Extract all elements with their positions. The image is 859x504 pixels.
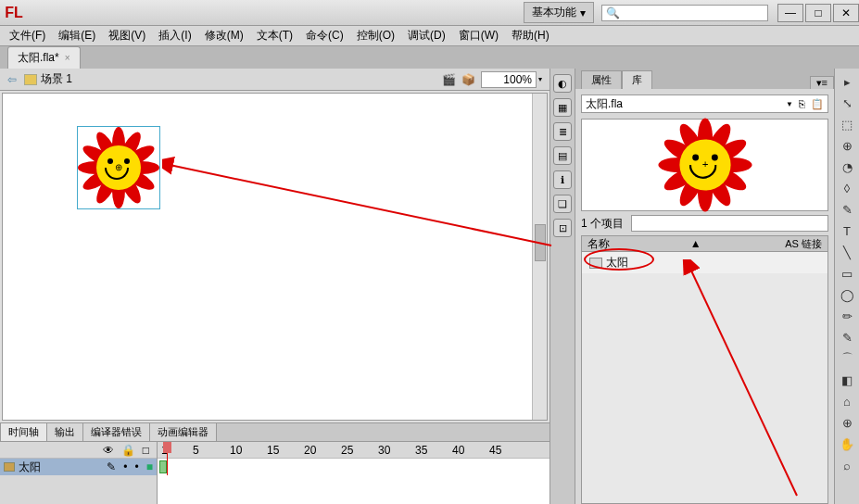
edit-bar: ⇦ 场景 1 🎬 📦 ▾ xyxy=(0,69,550,91)
tab-output[interactable]: 输出 xyxy=(46,422,83,441)
free-transform-tool[interactable]: ⬚ xyxy=(838,115,856,133)
menu-help[interactable]: 帮助(H) xyxy=(506,26,555,45)
text-tool[interactable]: ✎ xyxy=(838,200,856,219)
paint-bucket-tool[interactable]: ◧ xyxy=(838,371,856,389)
library-document-label: 太阳.fla xyxy=(586,96,623,112)
layer-icon xyxy=(4,462,15,472)
timeline-panel: 时间轴 输出 编译器错误 动画编辑器 👁 🔒 □ 太阳 ✎ xyxy=(0,422,550,504)
menu-debug[interactable]: 调试(D) xyxy=(402,26,451,45)
oval-tool[interactable]: ▭ xyxy=(838,264,856,283)
edit-scene-icon[interactable]: 🎬 xyxy=(442,73,456,86)
pen-tool[interactable]: ◊ xyxy=(838,179,856,197)
minimize-button[interactable]: — xyxy=(777,4,803,22)
chevron-down-icon: ▾ xyxy=(580,6,586,19)
scene-icon xyxy=(24,74,37,85)
library-panel: 属性 库 ▾≡ 太阳.fla ▼ ⎘ 📋 + 1 个项目 xyxy=(575,69,835,504)
collapsed-panels-strip: ◐ ▦ ≣ ▤ ℹ ❏ ⊡ xyxy=(550,69,575,504)
subselection-tool[interactable]: ⤡ xyxy=(838,94,856,112)
menu-view[interactable]: 视图(V) xyxy=(103,26,151,45)
registration-point-icon: ⊕ xyxy=(114,163,123,172)
close-button[interactable]: ✕ xyxy=(833,4,859,22)
brush-tool[interactable]: ✏ xyxy=(838,307,856,325)
layer-name: 太阳 xyxy=(19,460,41,475)
menu-control[interactable]: 控制(O) xyxy=(351,26,400,45)
line-tool[interactable]: T xyxy=(838,221,856,240)
help-search-input[interactable] xyxy=(620,7,764,19)
app-logo: FL xyxy=(0,5,28,21)
bone-tool[interactable]: ⌒ xyxy=(838,349,856,368)
panel-icon-7[interactable]: ⊡ xyxy=(553,219,572,237)
keyframe[interactable] xyxy=(159,460,167,473)
zoom-tool[interactable]: ⌕ xyxy=(838,456,856,474)
menu-window[interactable]: 窗口(W) xyxy=(453,26,504,45)
frame-track[interactable] xyxy=(158,459,550,475)
3d-rotation-tool[interactable]: ⊕ xyxy=(838,136,856,155)
library-item-list[interactable]: 太阳 xyxy=(581,252,828,504)
preview-graphic: + xyxy=(663,122,748,208)
workspace-label: 基本功能 xyxy=(532,5,576,20)
tab-compiler-errors[interactable]: 编译器错误 xyxy=(82,422,150,441)
workspace-dropdown[interactable]: 基本功能 ▾ xyxy=(524,2,594,23)
edit-symbol-icon[interactable]: 📦 xyxy=(461,73,475,86)
column-name: 名称 xyxy=(587,236,610,252)
menu-bar: 文件(F) 编辑(E) 视图(V) 插入(I) 修改(M) 文本(T) 命令(C… xyxy=(0,26,859,46)
item-count-label: 1 个项目 xyxy=(581,216,624,232)
outline-column-icon[interactable]: □ xyxy=(143,444,149,457)
pin-icon[interactable]: ⎘ xyxy=(799,98,805,109)
playhead[interactable] xyxy=(167,442,168,475)
scene-name[interactable]: 场景 1 xyxy=(41,71,72,87)
new-library-icon[interactable]: 📋 xyxy=(811,98,824,110)
menu-commands[interactable]: 命令(C) xyxy=(300,26,349,45)
library-column-header[interactable]: 名称 ▲ AS 链接 xyxy=(581,235,828,252)
panel-icon-5[interactable]: ℹ xyxy=(553,170,572,189)
deco-tool[interactable]: ✎ xyxy=(838,328,856,346)
tab-properties[interactable]: 属性 xyxy=(581,70,622,89)
zoom-field[interactable] xyxy=(481,71,537,88)
pencil-icon: ✎ xyxy=(107,460,116,473)
zoom-dropdown-icon[interactable]: ▾ xyxy=(538,75,542,83)
layer-list: 👁 🔒 □ 太阳 ✎ ••■ xyxy=(0,442,158,504)
lock-column-icon[interactable]: 🔒 xyxy=(121,444,135,457)
close-tab-icon[interactable]: × xyxy=(65,53,70,63)
tab-motion-editor[interactable]: 动画编辑器 xyxy=(149,422,217,441)
pencil-tool[interactable]: ◯ xyxy=(838,285,856,304)
hand-tool[interactable]: ✋ xyxy=(838,435,856,453)
menu-modify[interactable]: 修改(M) xyxy=(199,26,249,45)
movieclip-icon xyxy=(589,258,602,269)
library-item-name: 太阳 xyxy=(606,255,628,271)
library-preview: + xyxy=(581,119,828,211)
panel-icon-3[interactable]: ≣ xyxy=(553,122,572,141)
panel-icon-2[interactable]: ▦ xyxy=(553,98,572,117)
selection-tool[interactable]: ▸ xyxy=(838,72,856,91)
library-item[interactable]: 太阳 xyxy=(582,252,827,273)
menu-insert[interactable]: 插入(I) xyxy=(153,26,196,45)
stage-scrollbar[interactable] xyxy=(532,94,547,420)
stage[interactable]: ⊕ xyxy=(2,93,548,421)
eraser-tool[interactable]: ⊕ xyxy=(838,413,856,432)
back-icon[interactable]: ⇦ xyxy=(7,73,17,86)
tools-panel: ▸ ⤡ ⬚ ⊕ ◔ ◊ ✎ T ╲ ▭ ◯ ✏ ✎ ⌒ ◧ ⌂ ⊕ ✋ ⌕ xyxy=(835,69,859,504)
panel-menu-icon[interactable]: ▾≡ xyxy=(810,76,834,89)
help-search[interactable]: 🔍 xyxy=(601,5,768,21)
stage-symbol-instance[interactable]: ⊕ xyxy=(77,126,160,209)
tab-library[interactable]: 库 xyxy=(622,70,652,89)
frames-area[interactable]: 1 5 10 15 20 25 30 35 40 45 xyxy=(158,442,550,504)
panel-icon-1[interactable]: ◐ xyxy=(553,74,572,93)
panel-icon-6[interactable]: ❏ xyxy=(553,195,572,213)
menu-file[interactable]: 文件(F) xyxy=(4,26,51,45)
library-search-input[interactable] xyxy=(631,215,828,232)
menu-text[interactable]: 文本(T) xyxy=(251,26,298,45)
menu-edit[interactable]: 编辑(E) xyxy=(53,26,101,45)
maximize-button[interactable]: □ xyxy=(805,4,831,22)
sort-icon: ▲ xyxy=(690,237,701,250)
library-document-dropdown[interactable]: 太阳.fla ▼ ⎘ 📋 xyxy=(581,94,828,113)
document-tab[interactable]: 太阳.fla* × xyxy=(7,46,81,69)
visibility-column-icon[interactable]: 👁 xyxy=(103,444,114,457)
tab-timeline[interactable]: 时间轴 xyxy=(0,422,47,441)
panel-icon-4[interactable]: ▤ xyxy=(553,146,572,165)
eyedropper-tool[interactable]: ⌂ xyxy=(838,392,856,410)
rectangle-tool[interactable]: ╲ xyxy=(838,243,856,261)
lasso-tool[interactable]: ◔ xyxy=(838,158,856,176)
layer-row[interactable]: 太阳 ✎ ••■ xyxy=(0,459,157,475)
layer-toggles[interactable]: ✎ ••■ xyxy=(107,460,153,473)
